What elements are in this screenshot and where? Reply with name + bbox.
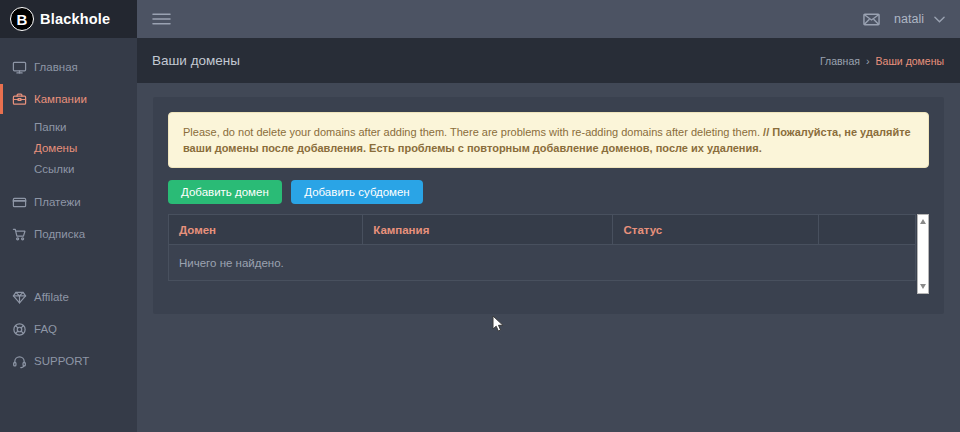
sidebar-item-label: Подписка [34,228,85,240]
sidebar-item-subscription[interactable]: Подписка [0,219,137,249]
main-column: natali Ваши домены Главная › Ваши домены… [137,0,960,432]
credit-card-icon [12,195,27,210]
domains-table-container: Домен Кампания Статус Ничего не найдено. [168,214,929,294]
add-subdomain-button[interactable]: Добавить субдомен [291,180,422,204]
column-header-actions [818,215,915,245]
brand-logo[interactable]: B Blackhole [0,0,137,38]
sidebar-item-support[interactable]: SUPPORT [0,346,137,376]
sidebar-item-label: Платежи [34,196,81,208]
table-row: Ничего не найдено. [169,245,916,281]
sidebar-item-label: Домены [34,142,77,154]
column-header-campaign[interactable]: Кампания [363,215,613,245]
sidebar-item-home[interactable]: Главная [0,52,137,82]
sidebar-item-payments[interactable]: Платежи [0,187,137,217]
page-header: Ваши домены Главная › Ваши домены [137,38,960,83]
scrollbar-down-arrow[interactable] [920,284,926,289]
sidebar-item-folders[interactable]: Папки [0,116,137,137]
table-scrollbar[interactable] [917,214,929,294]
app-root: B Blackhole Главная Кампании Папки Домен… [0,0,960,432]
chevron-down-icon[interactable] [934,16,945,23]
sidebar-item-links[interactable]: Ссылки [0,158,137,179]
scrollbar-up-arrow[interactable] [920,219,926,224]
sidebar-item-label: FAQ [34,323,57,335]
briefcase-icon [12,92,27,107]
sidebar-item-domains[interactable]: Домены [0,137,137,158]
mail-icon[interactable] [863,13,880,26]
sidebar-item-label: Главная [34,61,78,73]
brand-name: Blackhole [40,11,110,27]
sidebar-item-label: Кампании [34,93,87,105]
breadcrumb-current: Ваши домены [876,55,944,67]
breadcrumb: Главная › Ваши домены [820,55,944,67]
sidebar-section-divider [0,251,137,282]
breadcrumb-separator-icon: › [866,55,870,67]
column-header-status[interactable]: Статус [613,215,818,245]
topbar-right: natali [863,12,945,26]
topbar: natali [137,0,960,38]
sidebar-item-label: Папки [34,121,66,133]
page-title: Ваши домены [152,53,240,68]
domains-table: Домен Кампания Статус Ничего не найдено. [168,214,916,281]
alert-text-en: Please, do not delete your domains after… [183,126,760,138]
gem-icon [12,290,27,305]
breadcrumb-home-link[interactable]: Главная [820,55,860,67]
empty-state-text: Ничего не найдено. [169,245,916,281]
sidebar-nav: Главная Кампании Папки Домены Ссылки [0,38,137,378]
user-menu[interactable]: natali [894,12,924,26]
domains-panel: Please, do not delete your domains after… [153,97,944,314]
sidebar-item-label: Affilate [34,291,69,303]
shopping-cart-icon [12,227,27,242]
add-domain-button[interactable]: Добавить домен [168,180,282,204]
sidebar-item-faq[interactable]: FAQ [0,314,137,344]
brand-logo-icon: B [10,7,34,31]
sidebar: B Blackhole Главная Кампании Папки Домен… [0,0,137,432]
monitor-icon [12,60,27,75]
headset-icon [12,354,27,369]
column-header-domain[interactable]: Домен [169,215,363,245]
action-buttons: Добавить домен Добавить субдомен [168,180,929,204]
sidebar-item-label: SUPPORT [34,355,89,367]
warning-alert: Please, do not delete your domains after… [168,112,929,168]
menu-toggle-icon[interactable] [152,12,171,26]
alert-separator: // [763,126,769,138]
sidebar-item-label: Ссылки [34,163,75,175]
sidebar-item-campaigns[interactable]: Кампании [0,84,137,114]
content-area: Please, do not delete your domains after… [137,83,960,432]
sidebar-item-affiliate[interactable]: Affilate [0,282,137,312]
life-ring-icon [12,322,27,337]
table-header-row: Домен Кампания Статус [169,215,916,245]
